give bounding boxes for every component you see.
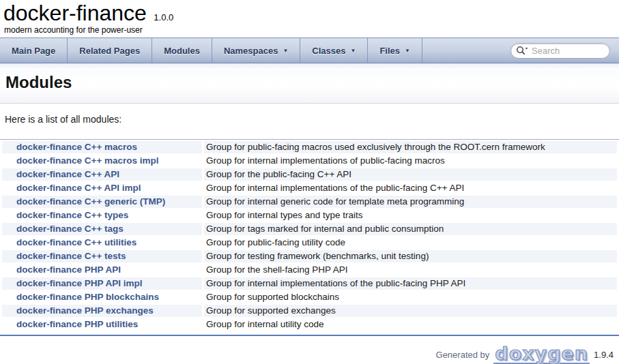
generated-by-label: Generated by (436, 350, 490, 360)
footer: Generated by doxygen 1.9.4 (0, 336, 619, 364)
page-header: Modules (0, 63, 619, 104)
module-link[interactable]: docker-finance PHP exchanges (16, 305, 154, 316)
module-description: Group for internal implementations of th… (204, 277, 617, 290)
modules-directory: docker-finance C++ macrosGroup for publi… (0, 139, 619, 333)
module-link[interactable]: docker-finance C++ utilities (16, 237, 136, 247)
doxygen-version: 1.9.4 (594, 350, 614, 360)
chevron-down-icon (526, 48, 528, 50)
module-row: docker-finance C++ macrosGroup for publi… (2, 141, 617, 153)
search-icon[interactable] (515, 45, 529, 56)
module-row: docker-finance C++ tagsGroup for tags ma… (2, 223, 617, 235)
module-description: Group for internal utility code (204, 318, 617, 331)
module-description: Group for the public-facing C++ API (204, 168, 617, 181)
module-row: docker-finance PHP API implGroup for int… (2, 277, 617, 290)
module-description: Group for public-facing macros used excl… (204, 141, 617, 153)
module-row: docker-finance PHP exchangesGroup for su… (2, 305, 617, 317)
module-link[interactable]: docker-finance PHP API impl (16, 278, 143, 288)
module-row: docker-finance C++ utilitiesGroup for pu… (2, 237, 617, 249)
modules-table: docker-finance C++ macrosGroup for publi… (0, 140, 619, 332)
module-link[interactable]: docker-finance C++ generic (TMP) (16, 196, 165, 207)
module-link[interactable]: docker-finance C++ API (16, 169, 119, 179)
module-row: docker-finance C++ typesGroup for intern… (2, 209, 617, 222)
module-description: Group for testing framework (benchmarks,… (204, 250, 617, 262)
module-row: docker-finance C++ API implGroup for int… (2, 182, 617, 194)
page-title: Modules (5, 73, 614, 92)
module-link[interactable]: docker-finance C++ tests (16, 251, 126, 261)
tab-modules[interactable]: Modules (152, 38, 212, 63)
search-input[interactable] (529, 46, 604, 56)
doxygen-logo[interactable]: doxygen (493, 344, 590, 364)
module-row: docker-finance PHP APIGroup for the shel… (2, 264, 617, 276)
chevron-down-icon: ▼ (405, 48, 410, 54)
module-row: docker-finance PHP utilitiesGroup for in… (2, 318, 617, 331)
tab-label: Main Page (12, 46, 55, 56)
module-description: Group for supported blockchains (204, 291, 617, 303)
module-link[interactable]: docker-finance PHP API (16, 264, 121, 275)
tab-related-pages[interactable]: Related Pages (68, 38, 152, 63)
module-description: Group for the shell-facing PHP API (204, 264, 617, 276)
nav-tabs: Main PageRelated PagesModulesNamespaces▼… (0, 37, 619, 63)
module-link[interactable]: docker-finance C++ tags (16, 224, 124, 234)
module-row: docker-finance C++ APIGroup for the publ… (2, 168, 617, 181)
chevron-down-icon: ▼ (283, 48, 288, 54)
project-brief: modern accounting for the power-user (3, 25, 619, 35)
module-link[interactable]: docker-finance PHP utilities (16, 319, 138, 329)
title-area: docker-finance 1.0.0 modern accounting f… (0, 0, 619, 37)
module-description: Group for supported exchanges (204, 305, 617, 317)
tab-label: Classes (312, 46, 345, 56)
module-row: docker-finance PHP blockchainsGroup for … (2, 291, 617, 303)
tab-label: Files (379, 46, 400, 56)
contents: Here is a list of all modules: docker-fi… (0, 114, 619, 364)
intro-text: Here is a list of all modules: (5, 114, 614, 125)
module-description: Group for public-facing utility code (204, 237, 617, 249)
tab-label: Modules (164, 46, 200, 56)
chevron-down-icon: ▼ (350, 48, 356, 54)
tab-label: Namespaces (224, 46, 278, 56)
module-row: docker-finance C++ testsGroup for testin… (2, 250, 617, 262)
module-link[interactable]: docker-finance C++ macros (16, 142, 137, 152)
module-link[interactable]: docker-finance C++ types (16, 210, 128, 220)
module-description: Group for internal generic code for temp… (204, 196, 617, 208)
tab-classes[interactable]: Classes▼ (300, 38, 368, 63)
module-description: Group for internal implementations of pu… (204, 155, 617, 167)
tab-namespaces[interactable]: Namespaces▼ (212, 38, 300, 63)
module-link[interactable]: docker-finance C++ API impl (16, 183, 141, 193)
search-box[interactable] (510, 43, 610, 59)
tab-label: Related Pages (79, 46, 140, 56)
module-row: docker-finance C++ generic (TMP)Group fo… (2, 196, 617, 208)
module-description: Group for internal types and type traits (204, 209, 617, 222)
project-version: 1.0.0 (154, 12, 173, 22)
module-description: Group for internal implementations of th… (204, 182, 617, 194)
module-description: Group for tags marked for internal and p… (204, 223, 617, 235)
tab-files[interactable]: Files▼ (368, 38, 422, 63)
module-row: docker-finance C++ macros implGroup for … (2, 155, 617, 167)
tab-main-page[interactable]: Main Page (0, 38, 68, 63)
module-link[interactable]: docker-finance C++ macros impl (16, 155, 159, 166)
modules-table-body: docker-finance C++ macrosGroup for publi… (2, 141, 617, 331)
project-name: docker-finance (3, 1, 147, 25)
module-link[interactable]: docker-finance PHP blockchains (16, 292, 159, 302)
